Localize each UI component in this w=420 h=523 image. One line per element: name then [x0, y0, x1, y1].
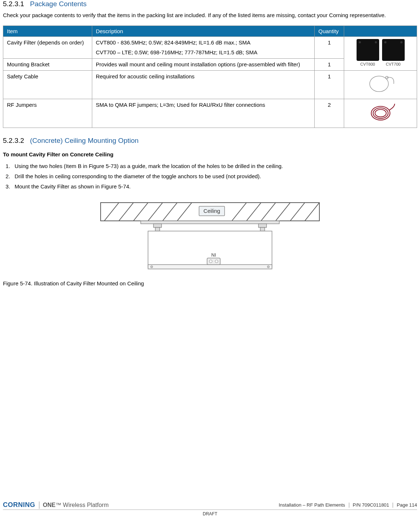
list-item: Mount the Cavity Filter as shown in Figu… — [12, 183, 417, 190]
svg-rect-26 — [207, 258, 220, 265]
package-contents-table: Item Description Quantity Cavity Filter … — [3, 26, 417, 128]
page-footer: CORNING ONE™ Wireless Platform Installat… — [0, 501, 420, 516]
divider-icon — [39, 501, 39, 509]
one-logo-bold: ONE — [43, 502, 56, 508]
device-cvt700: CVT700 — [382, 39, 405, 67]
svg-point-2 — [371, 106, 390, 120]
footer-left: CORNING ONE™ Wireless Platform — [3, 501, 109, 509]
svg-rect-21 — [155, 227, 160, 231]
corning-logo: CORNING — [3, 501, 35, 509]
figure-caption: Figure 5-74. Illustration of Cavity Filt… — [3, 280, 417, 286]
figure-5-74: Ceiling NI — [3, 199, 417, 277]
table-row: RF Jumpers SMA to QMA RF jumpers; L=3m; … — [3, 99, 417, 128]
footer-section: Installation – RF Path Elements — [279, 502, 345, 508]
cell-description: CVT800 - 836.5MHz; 0.5W; 824-849MHz; IL=… — [92, 37, 315, 59]
cell-quantity: 2 — [315, 99, 344, 128]
cell-description: SMA to QMA RF jumpers; L=3m; Used for RA… — [92, 99, 315, 128]
ceiling-mount-illustration: Ceiling NI — [93, 199, 327, 276]
ceiling-label: Ceiling — [203, 208, 220, 214]
svg-rect-20 — [153, 224, 162, 227]
cell-item: Cavity Filter (depends on order) — [3, 37, 92, 59]
section-header-package-contents: 5.2.3.1 Package Contents — [3, 0, 417, 8]
rf-jumper-icon — [364, 101, 397, 123]
device-cvt800: CVT800 — [357, 39, 379, 67]
svg-point-28 — [215, 260, 218, 263]
table-row: Cavity Filter (depends on order) CVT800 … — [3, 37, 417, 59]
section-number: 5.2.3.2 — [3, 137, 24, 144]
svg-rect-19 — [141, 221, 279, 224]
list-item: Drill the holes in ceiling corresponding… — [12, 173, 417, 180]
cavity-filter-image: CVT800 CVT700 — [348, 39, 413, 67]
cell-image — [344, 99, 417, 128]
draft-label: DRAFT — [3, 511, 417, 516]
ni-label: NI — [211, 252, 216, 258]
separator-icon — [393, 503, 393, 508]
footer-right: Installation – RF Path Elements P/N 709C… — [279, 502, 417, 508]
table-row: Safety Cable Required for acoustic ceili… — [3, 71, 417, 99]
device-label: CVT800 — [360, 62, 375, 67]
cell-image: CVT800 CVT700 — [344, 37, 417, 71]
col-image — [344, 26, 417, 37]
mount-subheading: To mount Cavity Filter on Concrete Ceili… — [3, 151, 417, 157]
intro-paragraph: Check your package contents to verify th… — [3, 12, 417, 19]
col-item: Item — [3, 26, 92, 37]
one-wireless-logo: ONE™ Wireless Platform — [43, 502, 109, 508]
col-quantity: Quantity — [315, 26, 344, 37]
cell-quantity: 1 — [315, 58, 344, 70]
safety-cable-icon — [364, 73, 397, 95]
cell-item: Mounting Bracket — [3, 58, 92, 70]
cell-image — [344, 71, 417, 99]
section-title: (Concrete) Ceiling Mounting Option — [30, 137, 139, 144]
section-number: 5.2.3.1 — [3, 0, 24, 8]
one-logo-suffix: ™ Wireless Platform — [55, 502, 109, 508]
cell-description: Provides wall mount and ceiling mount in… — [92, 58, 315, 70]
section-title: Package Contents — [30, 0, 86, 8]
device-box-icon — [382, 39, 405, 61]
svg-rect-23 — [260, 227, 265, 231]
svg-rect-25 — [148, 265, 272, 269]
separator-icon — [349, 503, 349, 508]
cell-item: RF Jumpers — [3, 99, 92, 128]
svg-point-27 — [209, 260, 212, 263]
cell-quantity: 1 — [315, 71, 344, 99]
col-description: Description — [92, 26, 315, 37]
cell-desc-line: CVT800 - 836.5MHz; 0.5W; 824-849MHz; IL=… — [96, 39, 311, 46]
cell-quantity: 1 — [315, 37, 344, 59]
section-header-ceiling-mount: 5.2.3.2 (Concrete) Ceiling Mounting Opti… — [3, 137, 417, 145]
svg-rect-22 — [258, 224, 267, 227]
list-item: Using the two holes (Item B in Figure 5-… — [12, 163, 417, 170]
cell-description: Required for acoustic ceiling installati… — [92, 71, 315, 99]
cell-item: Safety Cable — [3, 71, 92, 99]
svg-point-29 — [151, 266, 153, 268]
table-header-row: Item Description Quantity — [3, 26, 417, 37]
footer-page: Page 114 — [397, 502, 417, 508]
device-box-icon — [357, 39, 379, 61]
svg-point-30 — [267, 266, 269, 268]
cell-desc-line: CVT700 – LTE; 0.5W; 698-716MHz; 777-787M… — [96, 49, 311, 56]
device-label: CVT700 — [386, 62, 400, 67]
svg-point-4 — [375, 110, 386, 117]
mount-steps-list: Using the two holes (Item B in Figure 5-… — [12, 163, 417, 191]
footer-bar: CORNING ONE™ Wireless Platform Installat… — [3, 501, 417, 510]
footer-pn: P/N 709C011801 — [353, 502, 389, 508]
